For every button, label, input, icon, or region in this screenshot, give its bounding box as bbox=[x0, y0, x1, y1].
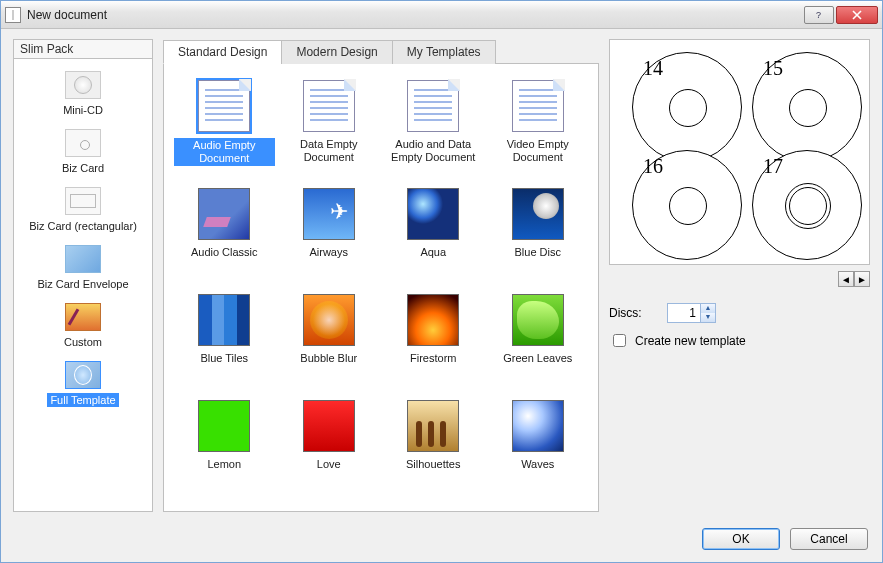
sidebar-item-label: Biz Card bbox=[59, 161, 107, 175]
discs-up-button[interactable]: ▲ bbox=[700, 304, 715, 313]
template-item[interactable]: Data Empty Document bbox=[279, 76, 380, 170]
sidebar-item-label: Mini-CD bbox=[60, 103, 106, 117]
template-item[interactable]: Firestorm bbox=[383, 290, 484, 382]
template-grid[interactable]: Audio Empty DocumentData Empty DocumentA… bbox=[163, 63, 599, 512]
sidebar-item-label: Biz Card (rectangular) bbox=[26, 219, 140, 233]
dialog-footer: OK Cancel bbox=[1, 518, 882, 562]
disc-number: 15 bbox=[763, 57, 783, 80]
template-caption: Love bbox=[317, 458, 341, 484]
disc-grid: 14151617 bbox=[626, 52, 853, 252]
preview-disc: 16 bbox=[632, 150, 742, 260]
template-thumb-icon bbox=[198, 188, 250, 240]
preview-disc: 14 bbox=[632, 52, 742, 162]
sidebar-wrap: Slim Pack Mini-CDBiz CardBiz Card (recta… bbox=[13, 39, 153, 512]
template-thumb-icon bbox=[512, 188, 564, 240]
sidebar-item[interactable]: Custom bbox=[14, 297, 152, 355]
template-caption: Airways bbox=[309, 246, 348, 272]
template-caption: Silhouettes bbox=[406, 458, 460, 484]
disc-number: 17 bbox=[763, 155, 783, 178]
template-caption: Firestorm bbox=[410, 352, 456, 378]
sidebar-item[interactable]: Biz Card bbox=[14, 123, 152, 181]
sidebar-item[interactable]: Biz Card Envelope bbox=[14, 239, 152, 297]
template-item[interactable]: Blue Disc bbox=[488, 184, 589, 276]
template-item[interactable]: Waves bbox=[488, 396, 589, 488]
sidebar-thumb-icon bbox=[65, 129, 101, 157]
template-item[interactable]: Audio and Data Empty Document bbox=[383, 76, 484, 170]
template-caption: Bubble Blur bbox=[300, 352, 357, 378]
template-caption: Audio Empty Document bbox=[174, 138, 275, 166]
sidebar-item-label: Full Template bbox=[47, 393, 118, 407]
close-button[interactable] bbox=[836, 6, 878, 24]
template-thumb-icon bbox=[303, 80, 355, 132]
discs-spinbox[interactable]: ▲ ▼ bbox=[667, 303, 716, 323]
template-item[interactable]: Bubble Blur bbox=[279, 290, 380, 382]
center-panel: Standard DesignModern DesignMy Templates… bbox=[163, 39, 599, 512]
template-caption: Aqua bbox=[420, 246, 446, 272]
template-thumb-icon bbox=[407, 294, 459, 346]
template-item[interactable]: Audio Empty Document bbox=[174, 76, 275, 170]
sidebar-item[interactable]: Full Template bbox=[14, 355, 152, 413]
tab[interactable]: My Templates bbox=[392, 40, 496, 64]
template-thumb-icon bbox=[407, 400, 459, 452]
sidebar-thumb-icon bbox=[65, 303, 101, 331]
template-thumb-icon bbox=[198, 400, 250, 452]
preview-disc: 17 bbox=[752, 150, 862, 260]
template-item[interactable]: Blue Tiles bbox=[174, 290, 275, 382]
create-new-template-label[interactable]: Create new template bbox=[635, 334, 746, 348]
sidebar-item-label: Biz Card Envelope bbox=[34, 277, 131, 291]
dialog-window: New document ? Slim Pack Mini-CDBiz Card… bbox=[0, 0, 883, 563]
layout-preview: 14151617 bbox=[609, 39, 870, 265]
template-item[interactable]: Love bbox=[279, 396, 380, 488]
template-caption: Lemon bbox=[207, 458, 241, 484]
tab[interactable]: Modern Design bbox=[281, 40, 392, 64]
disc-number: 16 bbox=[643, 155, 663, 178]
template-item[interactable]: Aqua bbox=[383, 184, 484, 276]
discs-down-button[interactable]: ▼ bbox=[700, 313, 715, 322]
preview-disc: 15 bbox=[752, 52, 862, 162]
sidebar-thumb-icon bbox=[65, 187, 101, 215]
template-item[interactable]: Green Leaves bbox=[488, 290, 589, 382]
discs-label: Discs: bbox=[609, 306, 657, 320]
ok-button[interactable]: OK bbox=[702, 528, 780, 550]
template-item[interactable]: Silhouettes bbox=[383, 396, 484, 488]
right-panel: 14151617 ◄ ► Discs: ▲ ▼ bbox=[609, 39, 870, 512]
template-item[interactable]: Audio Classic bbox=[174, 184, 275, 276]
template-thumb-icon bbox=[512, 400, 564, 452]
titlebar: New document ? bbox=[1, 1, 882, 29]
template-thumb-icon bbox=[198, 80, 250, 132]
tab[interactable]: Standard Design bbox=[163, 40, 282, 64]
sidebar-thumb-icon bbox=[65, 245, 101, 273]
template-caption: Audio and Data Empty Document bbox=[383, 138, 484, 164]
template-thumb-icon bbox=[198, 294, 250, 346]
template-caption: Blue Disc bbox=[515, 246, 561, 272]
disc-number: 14 bbox=[643, 57, 663, 80]
window-title: New document bbox=[27, 8, 802, 22]
discs-input[interactable] bbox=[668, 304, 700, 322]
sidebar-item[interactable]: Mini-CD bbox=[14, 65, 152, 123]
template-caption: Audio Classic bbox=[191, 246, 258, 272]
template-thumb-icon bbox=[407, 80, 459, 132]
tabs: Standard DesignModern DesignMy Templates bbox=[163, 40, 599, 64]
template-thumb-icon bbox=[512, 80, 564, 132]
sidebar-thumb-icon bbox=[65, 71, 101, 99]
template-item[interactable]: Airways bbox=[279, 184, 380, 276]
template-caption: Blue Tiles bbox=[200, 352, 248, 378]
cancel-button[interactable]: Cancel bbox=[790, 528, 868, 550]
sidebar-item[interactable]: Biz Card (rectangular) bbox=[14, 181, 152, 239]
template-thumb-icon bbox=[303, 400, 355, 452]
template-caption: Waves bbox=[521, 458, 554, 484]
help-button[interactable]: ? bbox=[804, 6, 834, 24]
template-thumb-icon bbox=[407, 188, 459, 240]
prev-page-button[interactable]: ◄ bbox=[838, 271, 854, 287]
template-thumb-icon bbox=[303, 294, 355, 346]
next-page-button[interactable]: ► bbox=[854, 271, 870, 287]
create-new-template-checkbox[interactable] bbox=[613, 334, 626, 347]
sidebar-thumb-icon bbox=[65, 361, 101, 389]
options: Discs: ▲ ▼ Create new template bbox=[609, 303, 870, 350]
template-item[interactable]: Lemon bbox=[174, 396, 275, 488]
template-item[interactable]: Video Empty Document bbox=[488, 76, 589, 170]
sidebar[interactable]: Mini-CDBiz CardBiz Card (rectangular)Biz… bbox=[13, 58, 153, 512]
preview-pager: ◄ ► bbox=[609, 271, 870, 287]
app-icon bbox=[5, 7, 21, 23]
template-caption: Data Empty Document bbox=[279, 138, 380, 164]
